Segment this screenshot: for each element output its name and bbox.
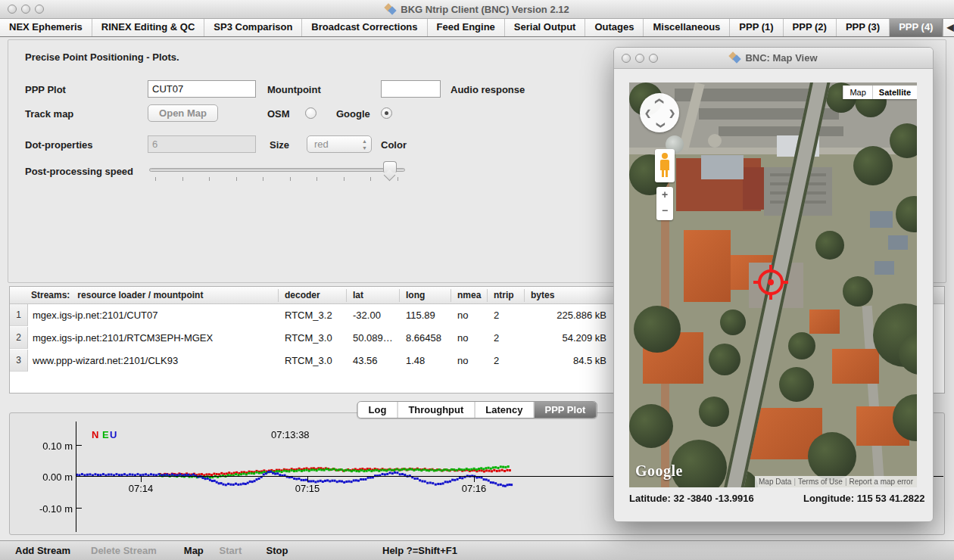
tab-ppp-3-[interactable]: PPP (3) xyxy=(837,19,890,36)
dot-size-input[interactable]: 6 xyxy=(148,135,256,153)
tab-ppp-1-[interactable]: PPP (1) xyxy=(730,19,783,36)
bnc-app-icon xyxy=(729,53,741,63)
trees xyxy=(709,344,740,375)
x-tick-label: 07:15 xyxy=(285,483,330,494)
view-tab-latency[interactable]: Latency xyxy=(474,402,533,418)
legend-n: N xyxy=(92,429,98,440)
mountpoint-label: Mountpoint xyxy=(267,84,321,95)
tab-serial-output[interactable]: Serial Output xyxy=(505,19,586,36)
map-attribution: Map Data|Terms of Use|Report a map error xyxy=(755,476,917,487)
map-view-window: BNC: Map View ❮ ❮ ❮ ❯ + − Map Sa xyxy=(613,47,934,522)
status-bar: Help ?=Shift+F1 Add StreamDelete StreamM… xyxy=(0,540,954,560)
column-separator[interactable] xyxy=(346,289,347,302)
cell-long: 8.66458 xyxy=(406,327,441,350)
trees xyxy=(896,196,917,232)
x-tick xyxy=(307,476,308,482)
column-separator[interactable] xyxy=(487,289,488,302)
google-radio[interactable] xyxy=(381,107,392,119)
post-processing-speed-label: Post-processing speed xyxy=(25,166,133,177)
open-map-button[interactable]: Open Map xyxy=(148,104,218,122)
map-feature xyxy=(870,211,893,228)
cell-long: 115.89 xyxy=(406,304,435,327)
tab-nex-ephemeris[interactable]: NEX Ephemeris xyxy=(0,19,92,36)
x-tick-label: 07:14 xyxy=(118,483,164,494)
terms-link[interactable]: Terms of Use xyxy=(798,478,843,486)
cell-bytes: 225.886 kB xyxy=(531,304,606,327)
plot-timestamp: 07:13:38 xyxy=(271,429,310,440)
add-stream-button[interactable]: Add Stream xyxy=(15,541,70,560)
map-feature xyxy=(809,310,840,334)
osm-radio[interactable] xyxy=(305,107,316,119)
column-separator[interactable] xyxy=(524,289,525,302)
tab-miscellaneous[interactable]: Miscellaneous xyxy=(644,19,730,36)
cell-mountpoint: mgex.igs-ip.net:2101/RTCM3EPH-MGEX xyxy=(33,327,213,350)
zoom-out-button[interactable]: − xyxy=(656,203,673,219)
map-pan-control[interactable]: ❮ ❮ ❮ ❯ xyxy=(640,93,679,132)
pan-up-icon[interactable]: ❮ xyxy=(655,98,665,104)
speed-slider-thumb[interactable] xyxy=(383,161,397,173)
column-header[interactable]: long xyxy=(406,287,425,304)
zoom-in-button[interactable]: + xyxy=(656,187,673,203)
cell-bytes: 84.5 kB xyxy=(531,350,606,372)
cell-nmea: no xyxy=(457,350,468,372)
report-error-link[interactable]: Report a map error xyxy=(850,478,913,486)
tab-rinex-editing-qc[interactable]: RINEX Editing & QC xyxy=(92,19,205,36)
map-button[interactable]: Map xyxy=(184,541,204,560)
x-tick-label: 07:16 xyxy=(451,483,497,494)
tab-ppp-4-[interactable]: PPP (4) xyxy=(890,19,943,36)
street-view-pegman[interactable] xyxy=(655,149,675,182)
tab-broadcast-corrections[interactable]: Broadcast Corrections xyxy=(302,19,427,36)
column-header[interactable]: bytes xyxy=(531,287,554,304)
map-feature xyxy=(708,134,722,148)
cell-nmea: no xyxy=(457,304,468,327)
ppp-plot-input[interactable]: CUT07 xyxy=(148,80,256,98)
cell-ntrip: 2 xyxy=(494,304,499,327)
column-header[interactable]: Streams: resource loader / mountpoint xyxy=(31,287,203,304)
cell-decoder: RTCM_3.0 xyxy=(285,327,332,350)
help-hint: Help ?=Shift+F1 xyxy=(382,541,457,560)
map-feature xyxy=(888,235,908,250)
dot-color-combo[interactable]: red▲▼ xyxy=(307,135,372,153)
column-header[interactable]: decoder xyxy=(285,287,320,304)
legend-e: E xyxy=(102,429,109,440)
pan-down-icon[interactable]: ❮ xyxy=(655,122,665,129)
cell-mountpoint: mgex.igs-ip.net:2101/CUT07 xyxy=(33,304,157,327)
slider-tick xyxy=(344,177,344,181)
cell-ntrip: 2 xyxy=(494,327,499,350)
column-header[interactable]: ntrip xyxy=(494,287,514,304)
row-number: 3 xyxy=(10,350,28,372)
slider-tick xyxy=(290,177,291,181)
tab-overflow-scroller[interactable]: ◀C xyxy=(943,19,954,36)
view-tab-throughput[interactable]: Throughput xyxy=(397,402,474,418)
satellite-map[interactable]: ❮ ❮ ❮ ❯ + − Map Satellite Google Map Dat… xyxy=(629,82,917,487)
map-type-map-button[interactable]: Map xyxy=(843,86,871,99)
column-separator[interactable] xyxy=(399,289,400,302)
map-data-link[interactable]: Map Data xyxy=(759,478,791,486)
view-tab-log[interactable]: Log xyxy=(358,402,398,418)
view-tab-ppp-plot[interactable]: PPP Plot xyxy=(533,402,596,418)
column-header[interactable]: nmea xyxy=(457,287,481,304)
google-logo: Google xyxy=(635,462,683,480)
tab-sp3-comparison[interactable]: SP3 Comparison xyxy=(204,19,302,36)
tab-feed-engine[interactable]: Feed Engine xyxy=(428,19,505,36)
legend-u: U xyxy=(110,429,117,440)
tab-ppp-2-[interactable]: PPP (2) xyxy=(784,19,837,36)
speed-slider-track[interactable] xyxy=(149,168,405,172)
slider-tick xyxy=(316,177,317,181)
map-feature xyxy=(701,155,744,179)
pan-left-icon[interactable]: ❮ xyxy=(644,108,651,118)
map-type-satellite-button[interactable]: Satellite xyxy=(872,86,917,99)
pan-right-icon[interactable]: ❯ xyxy=(669,108,675,118)
map-feature xyxy=(874,261,894,275)
column-separator[interactable] xyxy=(278,289,279,302)
column-header[interactable]: lat xyxy=(353,287,363,304)
map-feature xyxy=(684,230,731,302)
stop-button[interactable]: Stop xyxy=(267,541,288,560)
coordinate-readout: Latitude: 32 -3840 -13.9916 Longitude: 1… xyxy=(629,493,926,504)
map-feature xyxy=(832,349,879,384)
view-tab-strip: LogThroughputLatencyPPP Plot xyxy=(357,401,597,418)
row-number: 2 xyxy=(10,327,28,349)
mountpoint-input[interactable] xyxy=(381,80,441,98)
tab-outages[interactable]: Outages xyxy=(585,19,644,36)
column-separator[interactable] xyxy=(450,289,451,302)
